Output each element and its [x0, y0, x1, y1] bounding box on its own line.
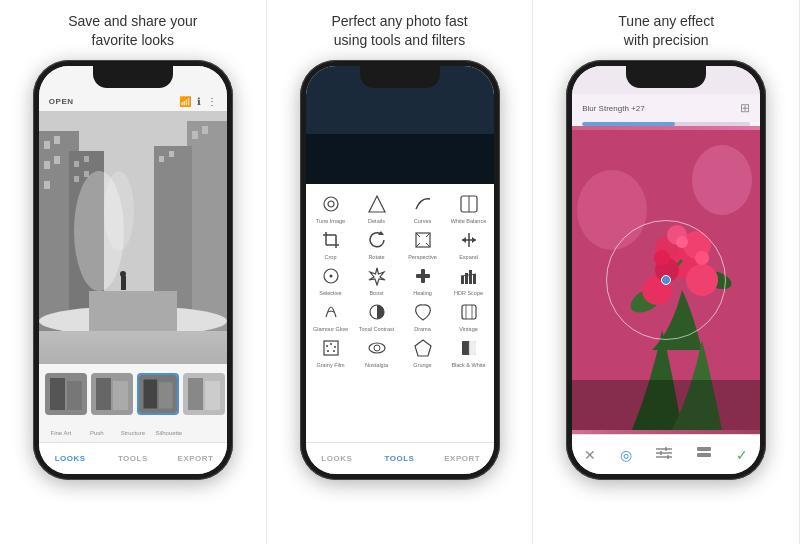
tool-white-balance[interactable]: White Balance: [448, 192, 490, 224]
nav2-export[interactable]: EXPORT: [431, 454, 494, 463]
phone1-bottom-nav: LOOKS TOOLS EXPORT: [39, 442, 227, 474]
tool-label-grunge: Grunge: [413, 362, 431, 368]
svg-rect-35: [205, 381, 220, 410]
tool-bw[interactable]: Black & White: [448, 336, 490, 368]
tool-label-healing: Healing: [413, 290, 432, 296]
svg-rect-23: [89, 291, 177, 331]
svg-rect-104: [697, 447, 711, 451]
panel-tune: Tune any effect with precision Blur Stre…: [533, 0, 800, 544]
info-icon[interactable]: ℹ: [197, 96, 201, 107]
svg-marker-40: [369, 196, 385, 212]
phone2-frame: Tune Image Details Curves: [300, 60, 500, 480]
tool-label-selective: Selective: [319, 290, 341, 296]
tool-crop[interactable]: Crop: [310, 228, 352, 260]
tool-label-tonal: Tonal Contrast: [359, 326, 394, 332]
rotate-icon: [365, 228, 389, 252]
tool-selective[interactable]: Selective: [310, 264, 352, 296]
svg-line-50: [426, 233, 430, 237]
cancel-icon[interactable]: ✕: [584, 447, 596, 463]
look-thumb-1[interactable]: [45, 373, 87, 415]
tool-boost[interactable]: Boost: [356, 264, 398, 296]
svg-rect-6: [44, 181, 50, 189]
phone3-flower-image: [572, 126, 760, 434]
svg-rect-29: [113, 381, 128, 410]
tool-tune-image[interactable]: Tune Image: [310, 192, 352, 224]
tool-label-wb: White Balance: [451, 218, 486, 224]
svg-rect-9: [202, 126, 208, 134]
tool-rotate[interactable]: Rotate: [356, 228, 398, 260]
healing-icon: [411, 264, 435, 288]
tool-details[interactable]: Details: [356, 192, 398, 224]
confirm-icon[interactable]: ✓: [736, 447, 748, 463]
target-icon[interactable]: ◎: [620, 447, 632, 463]
tool-perspective[interactable]: Perspective: [402, 228, 444, 260]
svg-rect-5: [54, 156, 60, 164]
svg-rect-80: [469, 341, 476, 355]
tool-hdr[interactable]: HDR Scope: [448, 264, 490, 296]
svg-rect-67: [462, 305, 476, 319]
white-balance-icon: [457, 192, 481, 216]
tool-grunge[interactable]: Grunge: [402, 336, 444, 368]
blur-strength-label: Blur Strength +27: [582, 104, 644, 113]
tool-label-rotate: Rotate: [368, 254, 384, 260]
tools-grid: Tune Image Details Curves: [310, 192, 490, 368]
nav-tools[interactable]: TOOLS: [102, 454, 165, 463]
look-label-4: Silhouette: [153, 430, 185, 436]
svg-point-22: [120, 271, 126, 277]
svg-rect-60: [416, 274, 430, 278]
svg-line-49: [416, 233, 420, 237]
grunge-icon: [411, 336, 435, 360]
tool-tonal[interactable]: Tonal Contrast: [356, 300, 398, 332]
svg-rect-61: [461, 276, 464, 284]
nav-looks[interactable]: LOOKS: [39, 454, 102, 463]
tune-center-dot[interactable]: [661, 275, 671, 285]
tool-label-glamour: Glamour Glow: [313, 326, 348, 332]
svg-point-77: [374, 345, 380, 351]
tool-label-tune: Tune Image: [316, 218, 345, 224]
svg-rect-105: [697, 453, 711, 457]
tool-label-nostalgia: Nostalgia: [365, 362, 388, 368]
tool-healing[interactable]: Healing: [402, 264, 444, 296]
tool-nostalgia[interactable]: Nostalgia: [356, 336, 398, 368]
tool-curves[interactable]: Curves: [402, 192, 444, 224]
svg-rect-32: [159, 382, 173, 408]
vintage-icon: [457, 300, 481, 324]
nav2-looks[interactable]: LOOKS: [306, 454, 369, 463]
look-thumb-3[interactable]: [137, 373, 179, 415]
look-thumb-4[interactable]: [183, 373, 225, 415]
grainy-icon: [319, 336, 343, 360]
tool-glamour[interactable]: Glamour Glow: [310, 300, 352, 332]
phone1-frame: OPEN 📶 ℹ ⋮: [33, 60, 233, 480]
svg-rect-21: [121, 276, 126, 290]
grid-icon[interactable]: ⊞: [740, 101, 750, 115]
layers-icon[interactable]: [696, 446, 712, 463]
nav2-tools[interactable]: TOOLS: [368, 454, 431, 463]
phone1-main-image: [39, 111, 227, 364]
svg-rect-14: [84, 171, 89, 177]
svg-rect-102: [660, 451, 662, 455]
drama-icon: [411, 300, 435, 324]
tool-drama[interactable]: Drama: [402, 300, 444, 332]
wifi-icon: 📶: [179, 96, 191, 107]
tool-label-details: Details: [368, 218, 385, 224]
tool-label-vintage: Vintage: [459, 326, 478, 332]
svg-rect-25: [50, 378, 65, 410]
tool-expand[interactable]: Expand: [448, 228, 490, 260]
svg-rect-64: [473, 274, 476, 284]
look-thumb-2[interactable]: [91, 373, 133, 415]
tool-grainy[interactable]: Grainy Film: [310, 336, 352, 368]
selective-icon: [319, 264, 343, 288]
perspective-icon: [411, 228, 435, 252]
phone3-notch: [626, 66, 706, 88]
open-button[interactable]: OPEN: [49, 97, 74, 106]
nav-export[interactable]: EXPORT: [164, 454, 227, 463]
phone2-tools-panel: Tune Image Details Curves: [306, 184, 494, 442]
tool-label-crop: Crop: [325, 254, 337, 260]
sliders-icon[interactable]: [656, 446, 672, 463]
bw-city-svg: [39, 111, 227, 331]
panel3-title: Tune any effect with precision: [618, 12, 714, 50]
expand-icon: [457, 228, 481, 252]
more-icon[interactable]: ⋮: [207, 96, 217, 107]
tool-vintage[interactable]: Vintage: [448, 300, 490, 332]
tool-label-boost: Boost: [369, 290, 383, 296]
